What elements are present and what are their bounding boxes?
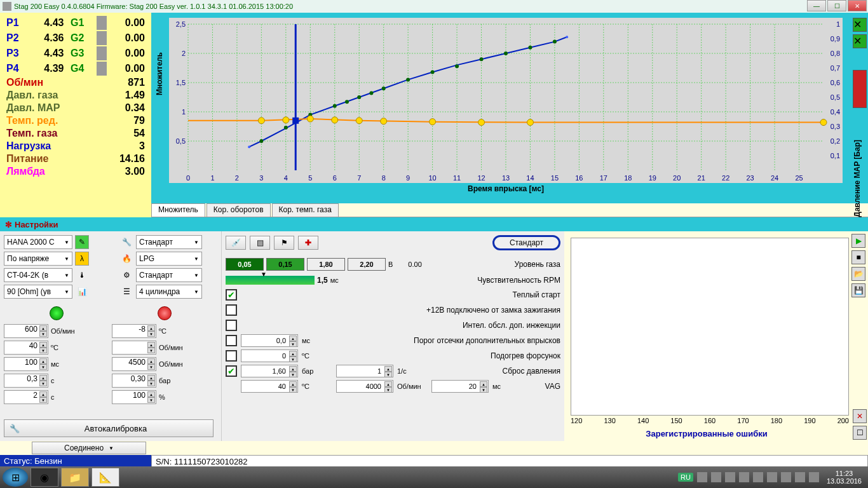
clear-errors-button[interactable]: ✕ — [853, 409, 867, 423]
right-field-2-input[interactable]: 4500 ▲▼ — [112, 357, 156, 371]
autocalibration-button[interactable]: 🔧 Автокалибровка — [4, 419, 214, 437]
option-checkbox-1[interactable] — [226, 304, 237, 316]
tab-0[interactable]: Множитель — [151, 203, 205, 217]
sensitivity-slider[interactable]: ▼ — [226, 276, 315, 285]
opt-field2-5[interactable]: 1▲▼ — [336, 365, 393, 377]
language-indicator[interactable]: RU — [678, 473, 693, 482]
tray-icon[interactable] — [711, 472, 721, 482]
red-indicator[interactable] — [158, 306, 172, 320]
stop-button[interactable]: ■ — [851, 250, 865, 264]
tb-flag-icon[interactable]: ⚑ — [274, 236, 294, 250]
spin-down[interactable]: ▼ — [147, 381, 155, 386]
spin-down[interactable]: ▼ — [147, 348, 155, 353]
play-button[interactable]: ▶ — [851, 234, 865, 248]
taskbar-chrome[interactable]: ◉ — [31, 468, 58, 487]
option-checkbox-3[interactable] — [226, 335, 237, 346]
spin-up[interactable]: ▲ — [39, 391, 47, 397]
level-seg-2[interactable]: 0,15 — [266, 258, 304, 271]
opt-field-4[interactable]: 0▲▼ — [241, 349, 298, 362]
engine-std-dropdown[interactable]: Стандарт▼ — [136, 268, 202, 282]
minimize-button[interactable]: — — [807, 0, 826, 11]
opt-field-6[interactable]: 40▲▼ — [241, 380, 298, 393]
spin-up[interactable]: ▲ — [39, 358, 47, 364]
left-field-2-input[interactable]: 100 ▲▼ — [4, 357, 48, 371]
windows-taskbar: ⊞ ◉ 📁 📐 RU 11:23 13.03.2016 — [0, 466, 868, 488]
option-checkbox-0[interactable]: ✔ — [226, 289, 237, 301]
spin-down[interactable]: ▼ — [39, 331, 47, 337]
tray-icon[interactable] — [795, 472, 805, 482]
spin-up[interactable]: ▲ — [39, 375, 47, 381]
errors-box-button[interactable]: ☐ — [853, 426, 867, 440]
spin-down[interactable]: ▼ — [39, 364, 47, 370]
spin-up[interactable]: ▲ — [147, 342, 155, 348]
level-seg-1[interactable]: 0,05 — [226, 258, 264, 271]
multiplier-chart[interactable]: 0123456789101112131415161718192021222324… — [169, 18, 843, 183]
chart-btn-2[interactable]: ✕ — [853, 34, 867, 48]
heating-dropdown[interactable]: По напряже▼ — [4, 252, 72, 266]
errors-chart[interactable] — [571, 238, 849, 416]
open-button[interactable]: 📂 — [851, 267, 865, 281]
injector-type-dropdown[interactable]: HANA 2000 С▼ — [4, 235, 72, 249]
left-field-4-input[interactable]: 2 ▲▼ — [4, 390, 48, 404]
standard-button[interactable]: Стандарт — [492, 235, 560, 250]
tray-icon[interactable] — [725, 472, 735, 482]
right-field-1-input[interactable]: ▲▼ — [112, 341, 156, 355]
chart-btn-3[interactable] — [853, 70, 867, 108]
tray-icon[interactable] — [781, 472, 791, 482]
level-seg-4[interactable]: 2,20 — [348, 258, 386, 271]
tray-icon[interactable] — [809, 472, 819, 482]
spin-up[interactable]: ▲ — [147, 325, 155, 331]
opt-field3-6[interactable]: 20▲▼ — [431, 380, 489, 393]
spin-down[interactable]: ▼ — [39, 381, 47, 386]
connection-dropdown[interactable]: Соединено▼ — [32, 442, 146, 454]
spin-down[interactable]: ▼ — [39, 397, 47, 403]
tb-plus-icon[interactable]: ✚ — [298, 236, 318, 250]
taskbar-explorer[interactable]: 📁 — [61, 468, 89, 487]
spin-down[interactable]: ▼ — [147, 331, 155, 337]
right-field-3-input[interactable]: 0,30 ▲▼ — [112, 374, 156, 388]
svg-point-101 — [528, 46, 532, 50]
spin-down[interactable]: ▼ — [147, 397, 155, 403]
spin-up[interactable]: ▲ — [39, 325, 47, 331]
spin-up[interactable]: ▲ — [147, 375, 155, 381]
reducer-dropdown[interactable]: Стандарт▼ — [136, 235, 202, 249]
taskbar-stag[interactable]: 📐 — [92, 468, 119, 487]
opt-field2-6[interactable]: 4000▲▼ — [336, 380, 393, 393]
tab-1[interactable]: Кор. оборотов — [207, 203, 271, 217]
spin-down[interactable]: ▼ — [147, 364, 155, 370]
start-button[interactable]: ⊞ — [3, 468, 28, 487]
sensor-dropdown[interactable]: CT-04-2K (в▼ — [4, 268, 72, 282]
save-button[interactable]: 💾 — [851, 283, 865, 297]
option-checkbox-5[interactable]: ✔ — [226, 365, 237, 377]
option-checkbox-2[interactable] — [226, 320, 237, 331]
spin-up[interactable]: ▲ — [147, 391, 155, 397]
taskbar-clock[interactable]: 11:23 13.03.2016 — [823, 470, 865, 485]
green-indicator[interactable] — [50, 306, 64, 320]
fuel-type-dropdown[interactable]: LPG▼ — [136, 252, 202, 266]
left-field-1-input[interactable]: 40 ▲▼ — [4, 341, 48, 355]
left-field-3-input[interactable]: 0,3 ▲▼ — [4, 374, 48, 388]
right-field-4-input[interactable]: 100 ▲▼ — [112, 390, 156, 404]
tray-icon[interactable] — [697, 472, 707, 482]
spin-down[interactable]: ▼ — [39, 348, 47, 353]
pen-icon[interactable]: ✎ — [75, 235, 89, 249]
tb-list-icon[interactable]: ▤ — [250, 236, 270, 250]
spin-up[interactable]: ▲ — [39, 342, 47, 348]
opt-field-3[interactable]: 0,0▲▼ — [241, 334, 298, 347]
option-checkbox-4[interactable] — [226, 350, 237, 362]
left-field-0-input[interactable]: 600 ▲▼ — [4, 324, 48, 338]
spin-up[interactable]: ▲ — [147, 358, 155, 364]
opt-field-5[interactable]: 1,60▲▼ — [241, 365, 298, 377]
close-button[interactable]: ✕ — [848, 0, 867, 11]
tab-2[interactable]: Кор. темп. газа — [272, 203, 339, 217]
tray-icon[interactable] — [753, 472, 763, 482]
right-field-0-input[interactable]: -8 ▲▼ — [112, 324, 156, 338]
tray-icon[interactable] — [767, 472, 777, 482]
chart-btn-1[interactable]: ✕ — [853, 18, 867, 32]
level-seg-3[interactable]: 1,80 — [307, 258, 345, 271]
tb-injector-icon[interactable]: 💉 — [226, 236, 246, 250]
cylinders-dropdown[interactable]: 4 цилиндра▼ — [136, 285, 202, 299]
level-sensor-dropdown[interactable]: 90 [Ohm] (ув▼ — [4, 285, 72, 299]
maximize-button[interactable]: ☐ — [827, 0, 846, 11]
tray-icon[interactable] — [739, 472, 749, 482]
